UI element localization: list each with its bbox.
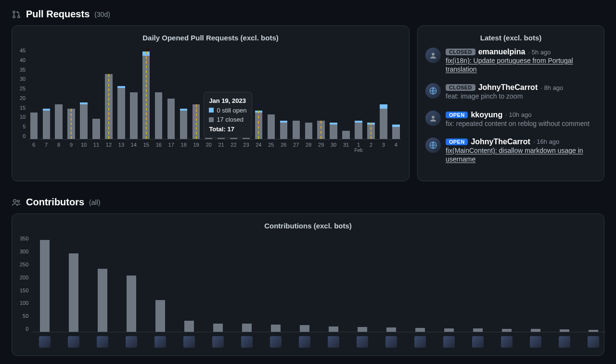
contributor-avatar[interactable] <box>357 336 368 348</box>
pr-author[interactable]: JohnyTheCarrot <box>471 138 530 146</box>
svg-point-1 <box>13 15 15 17</box>
chart-bar[interactable] <box>266 114 276 139</box>
pr-time: · 5h ago <box>528 49 551 56</box>
chart-bar[interactable] <box>229 111 239 139</box>
weekend-marker <box>371 123 372 139</box>
weekend-marker <box>108 74 109 139</box>
avatar[interactable] <box>425 111 441 126</box>
chart-bar[interactable] <box>141 51 152 139</box>
contrib-bar[interactable] <box>472 328 484 332</box>
contrib-bar[interactable] <box>126 276 137 332</box>
chart-bar[interactable] <box>241 129 251 139</box>
chart-bar[interactable] <box>78 102 89 139</box>
contributor-avatar[interactable] <box>270 336 282 348</box>
chart-bar[interactable] <box>316 121 326 139</box>
chart-bar[interactable] <box>91 119 102 139</box>
daily-pr-chart-panel: Daily Opened Pull Requests (excl. bots) … <box>12 25 410 181</box>
contrib-bar[interactable] <box>385 327 397 332</box>
contrib-bar[interactable] <box>357 327 368 332</box>
chart-bar[interactable] <box>28 113 39 139</box>
contributor-avatar[interactable] <box>68 336 79 348</box>
avatar[interactable] <box>425 138 441 153</box>
contrib-bar[interactable] <box>270 325 282 332</box>
contributor-avatar[interactable] <box>212 336 224 348</box>
pr-title[interactable]: fix(MainContent): disallow markdown usag… <box>446 146 596 163</box>
contributor-avatar[interactable] <box>154 336 166 348</box>
chart-bar[interactable] <box>353 121 364 139</box>
status-badge-closed: CLOSED <box>446 49 475 55</box>
chart-bar[interactable] <box>216 111 227 139</box>
chart-bar[interactable] <box>253 111 264 139</box>
pr-author[interactable]: JohnyTheCarrot <box>478 83 538 92</box>
contributor-avatar[interactable] <box>559 336 570 348</box>
contrib-bar[interactable] <box>559 329 570 332</box>
section-header-pull-requests: Pull Requests (30d) <box>12 9 604 20</box>
contributor-avatar[interactable] <box>299 336 310 348</box>
chart-bar[interactable] <box>291 121 301 139</box>
contrib-bar[interactable] <box>154 300 166 332</box>
contrib-bar[interactable] <box>414 328 426 332</box>
pr-author[interactable]: kkoyung <box>471 111 502 119</box>
contributor-avatar[interactable] <box>588 336 599 348</box>
chart-bar[interactable] <box>378 104 389 139</box>
contributor-avatar[interactable] <box>385 336 397 348</box>
contrib-bar[interactable] <box>501 329 513 332</box>
contrib-bar[interactable] <box>241 324 253 332</box>
pr-author[interactable]: emanuelpina <box>478 48 526 56</box>
contributor-avatar[interactable] <box>328 336 339 348</box>
contrib-bar[interactable] <box>212 324 224 332</box>
contrib-bar[interactable] <box>183 321 195 332</box>
contrib-bar[interactable] <box>97 269 108 332</box>
latest-pr-item[interactable]: OPENkkoyung· 10h agofix: repeated conten… <box>425 111 596 128</box>
chart-bar[interactable] <box>103 74 114 139</box>
chart-bar[interactable] <box>328 123 339 139</box>
contrib-bar[interactable] <box>443 328 455 332</box>
avatar[interactable] <box>425 48 441 63</box>
chart-bar[interactable] <box>53 104 64 139</box>
contributor-avatar[interactable] <box>530 336 541 348</box>
contrib-bar[interactable] <box>299 325 310 332</box>
svg-point-0 <box>13 11 15 13</box>
contributor-avatar[interactable] <box>39 336 51 348</box>
contributor-avatar[interactable] <box>472 336 484 348</box>
latest-pr-item[interactable]: CLOSEDemanuelpina· 5h agofix(i18n): Upda… <box>425 48 596 74</box>
chart-bar[interactable] <box>341 131 351 139</box>
pr-title[interactable]: feat: image pinch to zoom <box>446 92 563 100</box>
latest-pr-panel: Latest (excl. bots) CLOSEDemanuelpina· 5… <box>417 25 604 181</box>
latest-pr-item[interactable]: OPENJohnyTheCarrot· 16h agofix(MainConte… <box>425 138 596 163</box>
contrib-bar[interactable] <box>588 330 599 332</box>
chart-bar[interactable] <box>116 86 127 139</box>
pr-title[interactable]: fix(i18n): Update portuguese from Portug… <box>446 56 596 74</box>
chart-bar[interactable] <box>391 125 401 139</box>
contrib-bar[interactable] <box>530 329 541 332</box>
pr-time: · 10h ago <box>505 111 531 118</box>
chart-bar[interactable] <box>303 123 314 139</box>
contributor-avatar[interactable] <box>241 336 253 348</box>
chart-bar[interactable] <box>41 109 51 139</box>
chart-bar[interactable] <box>204 114 214 139</box>
chart-bar[interactable] <box>166 99 177 139</box>
contrib-bar[interactable] <box>68 253 79 332</box>
contributor-avatar[interactable] <box>443 336 455 348</box>
contrib-bar[interactable] <box>328 326 339 332</box>
contributor-avatar[interactable] <box>501 336 513 348</box>
chart-plot-area[interactable]: 6789101112131415161718192021222324252627… <box>28 48 401 158</box>
contrib-bar[interactable] <box>39 240 51 332</box>
contributor-avatar[interactable] <box>183 336 195 348</box>
contributor-avatar[interactable] <box>126 336 137 348</box>
latest-pr-item[interactable]: CLOSEDJohnyTheCarrot· 8h agofeat: image … <box>425 83 596 100</box>
chart-bar[interactable] <box>154 92 164 139</box>
chart-plot-area[interactable] <box>32 236 606 348</box>
contributor-avatar[interactable] <box>414 336 426 348</box>
pr-title[interactable]: fix: repeated content on reblog without … <box>446 119 590 128</box>
chart-bar[interactable] <box>278 121 289 139</box>
contributor-avatar[interactable] <box>97 336 108 348</box>
chart-bar[interactable] <box>66 109 77 139</box>
chart-bar[interactable] <box>179 109 189 139</box>
chart-bar[interactable] <box>128 92 139 139</box>
chart-bar[interactable] <box>366 123 376 139</box>
avatar[interactable] <box>425 83 441 99</box>
chart-title: Contributions (excl. bots) <box>20 222 596 230</box>
chart-bar[interactable] <box>191 104 202 139</box>
people-icon <box>12 198 21 207</box>
